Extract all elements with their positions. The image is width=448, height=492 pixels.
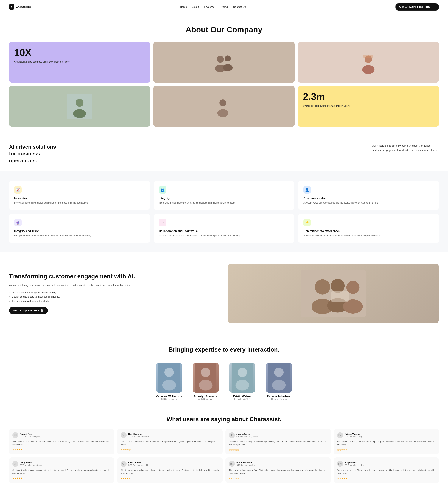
t-name-4: Cody Fisher: [20, 461, 42, 464]
nav-contact[interactable]: Contact Us: [233, 5, 246, 8]
svg-point-14: [219, 99, 226, 106]
t-info-5: Albert Flores CEO founder everything: [128, 461, 150, 466]
t-user-2: JJ Jacob Jones CTO founder anywhere: [229, 432, 328, 438]
t-name-7: Floyd Miles: [345, 461, 364, 464]
value-title-4: Collaboration and Teamwork.: [159, 229, 289, 233]
t-info-3: Kristin Watson CEO founder listing: [345, 433, 362, 438]
svg-point-11: [76, 99, 84, 107]
team-name-1: Brooklyn Simmons: [189, 395, 222, 398]
t-text-1: Chatassist has completely form automated…: [120, 440, 219, 447]
team-card-2: Kristin Watson Founder & CEO: [226, 363, 259, 400]
logo[interactable]: Chatassist: [9, 4, 31, 10]
mission-right: Our mission is to simplify communication…: [372, 144, 439, 153]
team-card-1: Brooklyn Simmons Web Developer: [189, 363, 222, 400]
navbar-cta-label: Get 14 Days Free Trial: [399, 5, 430, 9]
transform-left: Transforming customer engagement with AI…: [9, 273, 220, 314]
t-text-2: Chatassist helped us engage to visitors …: [229, 440, 328, 447]
team-name-2: Kristin Watson: [226, 395, 259, 398]
logo-text: Chatassist: [16, 5, 31, 9]
t-info-7: Floyd Miles CEO founder running: [345, 461, 364, 466]
t-text-6: The analytics dashboard in form Chatassi…: [229, 469, 328, 475]
avatar-svg-0: [156, 363, 182, 393]
t-user-3: KW Kristin Watson CEO founder listing: [337, 432, 436, 438]
nav-home[interactable]: Home: [180, 5, 187, 8]
collage-image-2: [298, 42, 439, 83]
team-image-svg4: [182, 94, 266, 119]
team-card-0: Cameron Williamson UI/UX Designer: [152, 363, 186, 400]
t-stars-2: ★★★★★: [229, 449, 328, 451]
navbar-cta-button[interactable]: Get 14 Days Free Trial →: [395, 3, 439, 11]
avatar-svg-1: [193, 363, 219, 393]
testimonial-card-7: FM Floyd Miles CEO founder running Our u…: [334, 457, 439, 483]
t-user-0: RF Robert Fox CTO at some company: [12, 432, 111, 438]
logo-svg: [10, 5, 13, 8]
t-user-4: CF Cody Fisher CTO founder something: [12, 461, 111, 467]
svg-marker-0: [11, 6, 12, 8]
value-desc-3: We uphold the highest standards of integ…: [14, 234, 145, 238]
value-icon-4: ↔: [159, 219, 166, 226]
value-title-3: Integrity and Trust.: [14, 229, 145, 233]
nav-pricing[interactable]: Pricing: [220, 5, 228, 8]
t-name-1: Guy Hawkins: [128, 433, 151, 435]
t-avatar-5: AF: [120, 461, 127, 467]
transform-cta-button[interactable]: Get 14 Days Free Trial ⚪: [9, 307, 48, 314]
t-role-3: CEO founder listing: [345, 435, 362, 438]
nav-about[interactable]: About: [192, 5, 199, 8]
t-avatar-0: RF: [12, 432, 18, 438]
team-grid: Cameron Williamson UI/UX Designer Brookl…: [0, 357, 448, 406]
value-desc-5: We aim for excellence in every detail, f…: [303, 234, 434, 238]
arrow-icon: →: [432, 5, 435, 9]
values-grid: 📈 Innovation. Innovation is the driving …: [9, 181, 439, 243]
svg-point-31: [238, 368, 247, 377]
t-info-2: Jacob Jones CTO founder anywhere: [236, 433, 258, 438]
testimonial-card-2: JJ Jacob Jones CTO founder anywhere Chat…: [226, 429, 331, 454]
team-role-2: Founder & CEO: [226, 398, 259, 400]
team-avatar-2: [229, 363, 255, 393]
t-user-1: GH Guy Hawkins CEO founder somewhere: [120, 432, 219, 438]
team-image-svg2: [326, 50, 411, 74]
logo-icon: [9, 4, 14, 10]
t-info-1: Guy Hawkins CEO founder somewhere: [128, 433, 151, 438]
t-role-4: CTO founder something: [20, 464, 42, 466]
team-card-3: Darlene Robertson Head of Design: [262, 363, 296, 400]
t-role-5: CEO founder everything: [128, 464, 150, 466]
svg-point-18: [331, 279, 345, 293]
svg-point-26: [162, 380, 176, 390]
nav-features[interactable]: Features: [204, 5, 214, 8]
team-name-3: Darlene Robertson: [262, 395, 296, 398]
expertise-section: Bringing expertise to every interaction.: [0, 335, 448, 357]
testimonials-section: What users are saying about Chatassist. …: [0, 406, 448, 492]
value-desc-2: At Optiflow, we put our customers at the…: [303, 201, 434, 205]
value-icon-5: ⚡: [303, 219, 311, 226]
value-card-1: 👥 Integrity. Integrity is the foundation…: [154, 181, 295, 210]
testimonial-card-6: RE Ralph Edwards CTO founder leading The…: [226, 457, 331, 483]
t-info-0: Robert Fox CTO at some company: [20, 433, 41, 438]
t-avatar-3: KW: [337, 432, 343, 438]
nav-links: Home About Features Pricing Contact Us: [180, 5, 246, 8]
svg-point-12: [73, 109, 86, 118]
value-icon-2: 👤: [303, 186, 311, 194]
value-desc-4: We thrive on the power of collaboration,…: [159, 234, 289, 238]
collage-image-1: [153, 42, 295, 83]
t-stars-6: ★★★★★: [229, 477, 328, 480]
value-desc-0: Innovation is the driving force behind f…: [14, 201, 145, 205]
feature-1: Our chatbot technology machine learning.: [9, 291, 220, 294]
testimonial-card-0: RF Robert Fox CTO at some company With C…: [9, 429, 114, 454]
value-card-2: 👤 Customer centric. At Optiflow, we put …: [298, 181, 439, 210]
t-name-2: Jacob Jones: [236, 433, 258, 435]
t-avatar-2: JJ: [229, 432, 235, 438]
testimonial-card-1: GH Guy Hawkins CEO founder somewhere Cha…: [117, 429, 222, 454]
avatar-svg-2: [229, 363, 255, 393]
mission-desc: Our mission is to simplify communication…: [372, 144, 439, 153]
stat-card-multiplier: 10X Chatassist helps business profit 10X…: [9, 42, 150, 83]
mission-heading: AI driven solutions for business operati…: [9, 144, 58, 164]
team-role-3: Head of Design: [262, 398, 296, 400]
testimonial-card-4: CF Cody Fisher CTO founder something Cha…: [9, 457, 114, 483]
svg-point-3: [225, 55, 231, 62]
t-name-6: Ralph Edwards: [236, 461, 255, 464]
value-icon-1: 👥: [159, 186, 166, 194]
t-role-2: CTO founder anywhere: [236, 435, 258, 438]
about-hero: About Our Company: [0, 14, 448, 42]
collage-image-3: [9, 86, 150, 127]
testimonial-card-3: KW Kristin Watson CEO founder listing As…: [334, 429, 439, 454]
